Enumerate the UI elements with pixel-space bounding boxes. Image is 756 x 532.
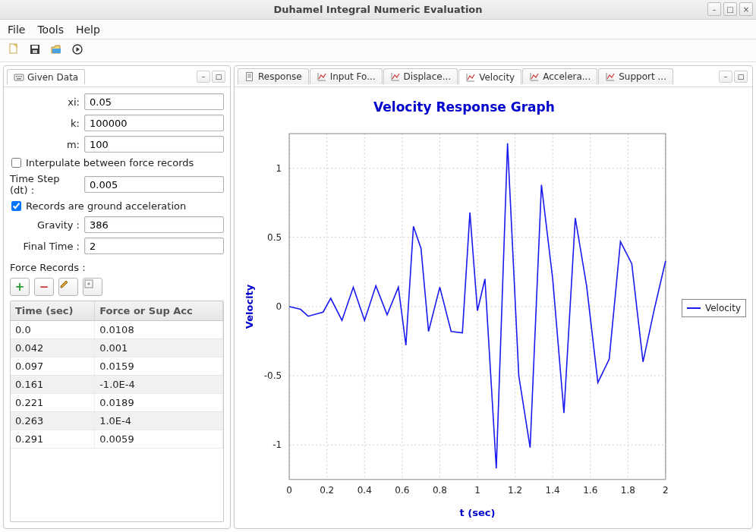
xi-input[interactable] [84, 93, 224, 110]
svg-rect-8 [18, 76, 20, 77]
graph-icon [529, 71, 540, 82]
svg-text:0: 0 [286, 485, 292, 496]
edit-record-button[interactable] [58, 278, 78, 296]
menu-tools[interactable]: Tools [37, 24, 64, 36]
window-titlebar: Duhamel Integral Numeric Evaluation – □ … [0, 0, 756, 20]
svg-text:0: 0 [276, 301, 282, 312]
dt-label: Time Step (dt) : [10, 173, 80, 196]
gravity-input[interactable] [84, 216, 224, 233]
interpolate-checkbox[interactable] [11, 158, 21, 168]
svg-text:1.8: 1.8 [621, 485, 635, 496]
svg-text:-1: -1 [272, 439, 282, 450]
tab-inputfo[interactable]: Input Fo... [310, 68, 383, 84]
ground-accel-checkbox[interactable] [11, 201, 21, 211]
table-row[interactable]: 0.2910.0059 [11, 430, 223, 449]
tab-displace[interactable]: Displace... [383, 68, 458, 84]
table-row[interactable]: 0.0970.0159 [11, 357, 223, 376]
svg-rect-10 [17, 78, 21, 80]
svg-text:1.2: 1.2 [508, 485, 522, 496]
open-button[interactable] [50, 43, 65, 58]
toolbar [0, 39, 756, 62]
add-record-button[interactable]: + [10, 278, 30, 296]
menu-file[interactable]: File [8, 24, 25, 36]
xi-label: xi: [10, 96, 80, 108]
graph-icon [465, 72, 476, 83]
graph-icon [317, 71, 327, 82]
svg-text:1.6: 1.6 [583, 485, 597, 496]
k-label: k: [10, 118, 80, 129]
interpolate-label: Interpulate between force records [26, 157, 194, 168]
table-row[interactable]: 0.0420.001 [11, 339, 223, 357]
legend-label: Velocity [705, 303, 741, 313]
table-row[interactable]: 0.2210.0189 [11, 394, 223, 412]
tab-support[interactable]: Support ... [598, 68, 673, 84]
svg-rect-12 [247, 73, 253, 81]
chart-legend: Velocity [682, 299, 746, 317]
k-input[interactable] [84, 115, 224, 131]
window-minimize-button[interactable]: – [707, 2, 721, 16]
svg-text:1: 1 [474, 485, 480, 496]
window-title: Duhamel Integral Numeric Evaluation [273, 4, 482, 15]
velocity-chart: Velocity Response Graph00.20.40.60.811.2… [236, 92, 677, 525]
force-records-table[interactable]: Time (sec) Force or Sup Acc 0.00.01080.0… [10, 301, 224, 522]
legend-swatch [687, 307, 701, 309]
panel-maximize-button[interactable]: □ [212, 71, 225, 83]
table-row[interactable]: 0.00.0108 [11, 321, 223, 339]
results-panel: ResponseInput Fo...Displace...VelocityAc… [234, 65, 753, 529]
svg-text:-0.5: -0.5 [264, 370, 282, 381]
graph-icon [390, 71, 401, 82]
tab-velocity[interactable]: Velocity [458, 69, 521, 84]
svg-text:0.5: 0.5 [267, 232, 282, 243]
svg-rect-4 [52, 49, 61, 53]
tab-accelera[interactable]: Accelera... [522, 68, 597, 84]
save-button[interactable] [29, 43, 44, 58]
svg-rect-2 [32, 46, 38, 49]
final-time-input[interactable] [84, 238, 224, 254]
svg-text:t (sec): t (sec) [460, 507, 496, 518]
run-button[interactable] [71, 43, 87, 58]
panel-minimize-button[interactable]: – [197, 71, 210, 83]
document-icon [244, 71, 255, 82]
m-label: m: [10, 139, 80, 150]
panel-minimize-button[interactable]: – [719, 71, 732, 83]
svg-text:1.4: 1.4 [546, 485, 560, 496]
svg-rect-6 [14, 74, 24, 80]
menubar: File Tools Help [0, 20, 756, 39]
force-records-label: Force Records : [10, 262, 224, 273]
svg-rect-7 [16, 76, 17, 77]
remove-record-button[interactable]: − [34, 278, 54, 296]
svg-text:Velocity Response Graph: Velocity Response Graph [373, 99, 555, 115]
dt-input[interactable] [84, 176, 224, 193]
new-file-button[interactable] [8, 43, 23, 58]
menu-help[interactable]: Help [76, 24, 100, 36]
tab-response[interactable]: Response [238, 68, 309, 84]
table-row[interactable]: 0.2631.0E-4 [11, 412, 223, 430]
col-time[interactable]: Time (sec) [11, 301, 95, 321]
keyboard-icon [14, 72, 24, 83]
tab-given-data[interactable]: Given Data [7, 69, 85, 84]
final-time-label: Final Time : [10, 241, 80, 252]
svg-rect-3 [33, 50, 37, 53]
svg-text:0.2: 0.2 [320, 485, 334, 496]
window-close-button[interactable]: × [739, 2, 753, 16]
import-records-button[interactable] [83, 278, 102, 296]
svg-text:2: 2 [663, 485, 669, 496]
svg-rect-9 [20, 76, 22, 77]
graph-icon [605, 71, 616, 82]
ground-accel-label: Records are ground acceleration [26, 200, 186, 212]
table-row[interactable]: 0.161-1.0E-4 [11, 376, 223, 394]
window-maximize-button[interactable]: □ [723, 2, 737, 16]
svg-text:0.8: 0.8 [433, 485, 447, 496]
gravity-label: Gravity : [10, 219, 80, 231]
svg-text:Velocity: Velocity [244, 284, 255, 329]
svg-text:0.4: 0.4 [358, 485, 372, 496]
given-data-panel: Given Data – □ xi: k: m: I [3, 65, 231, 529]
panel-maximize-button[interactable]: □ [734, 71, 748, 83]
m-input[interactable] [84, 136, 224, 153]
col-force[interactable]: Force or Sup Acc [95, 301, 223, 321]
svg-text:1: 1 [276, 163, 282, 174]
svg-text:0.6: 0.6 [395, 485, 409, 496]
